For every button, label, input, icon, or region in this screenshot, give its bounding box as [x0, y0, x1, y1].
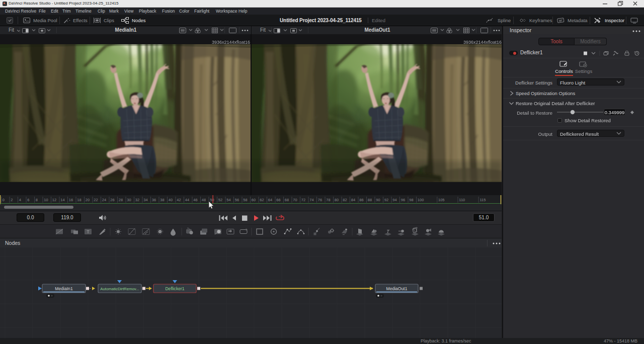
- svg-text:46: 46: [193, 198, 197, 202]
- svg-text:T: T: [386, 229, 390, 234]
- svg-text:84: 84: [351, 198, 355, 202]
- svg-text:100: 100: [418, 198, 424, 202]
- svg-text:AutomaticDirtRemov...: AutomaticDirtRemov...: [100, 287, 139, 291]
- svg-text:4: 4: [19, 198, 21, 202]
- svg-text:88: 88: [368, 198, 372, 202]
- svg-text:56: 56: [235, 198, 239, 202]
- svg-text:92: 92: [384, 198, 388, 202]
- svg-text:30: 30: [127, 198, 131, 202]
- svg-text:38: 38: [160, 198, 164, 202]
- svg-text:76: 76: [318, 198, 322, 202]
- svg-text:20: 20: [86, 198, 90, 202]
- svg-text:0: 0: [3, 198, 5, 202]
- svg-text:115: 115: [480, 198, 486, 202]
- svg-text:52: 52: [218, 198, 222, 202]
- svg-text:110: 110: [459, 198, 465, 202]
- svg-text:MediaIn1: MediaIn1: [55, 286, 73, 291]
- svg-text:32: 32: [135, 198, 139, 202]
- svg-text:98: 98: [409, 198, 413, 202]
- svg-text:40: 40: [169, 198, 173, 202]
- svg-text:94: 94: [392, 198, 396, 202]
- svg-text:60: 60: [252, 198, 256, 202]
- svg-text:T: T: [87, 229, 90, 234]
- svg-text:6: 6: [27, 198, 29, 202]
- svg-text:14: 14: [60, 198, 64, 202]
- svg-text:66: 66: [276, 198, 280, 202]
- svg-text:34: 34: [143, 198, 147, 202]
- svg-text:26: 26: [110, 198, 114, 202]
- svg-text:42: 42: [177, 198, 181, 202]
- svg-text:58: 58: [243, 198, 247, 202]
- svg-text:74: 74: [309, 198, 313, 202]
- svg-text:24: 24: [102, 198, 106, 202]
- svg-text:54: 54: [226, 198, 230, 202]
- svg-text:MediaOut1: MediaOut1: [386, 286, 407, 291]
- svg-text:62: 62: [260, 198, 264, 202]
- svg-text:82: 82: [343, 198, 347, 202]
- svg-text:44: 44: [185, 198, 189, 202]
- svg-text:64: 64: [268, 198, 272, 202]
- svg-text:70: 70: [293, 198, 297, 202]
- svg-text:28: 28: [119, 198, 123, 202]
- svg-text:86: 86: [359, 198, 363, 202]
- svg-text:68: 68: [285, 198, 289, 202]
- svg-text:36: 36: [152, 198, 156, 202]
- svg-text:16: 16: [69, 198, 73, 202]
- svg-text:10: 10: [44, 198, 48, 202]
- svg-text:72: 72: [301, 198, 305, 202]
- svg-text:90: 90: [376, 198, 380, 202]
- svg-text:Deflicker1: Deflicker1: [165, 286, 184, 291]
- svg-text:96: 96: [401, 198, 405, 202]
- svg-text:78: 78: [326, 198, 330, 202]
- svg-text:2: 2: [11, 198, 13, 202]
- svg-text:22: 22: [94, 198, 98, 202]
- svg-text:48: 48: [202, 198, 206, 202]
- svg-text:8: 8: [36, 198, 38, 202]
- svg-text:12: 12: [52, 198, 56, 202]
- svg-text:18: 18: [77, 198, 81, 202]
- svg-text:105: 105: [438, 198, 445, 202]
- svg-text:80: 80: [335, 198, 339, 202]
